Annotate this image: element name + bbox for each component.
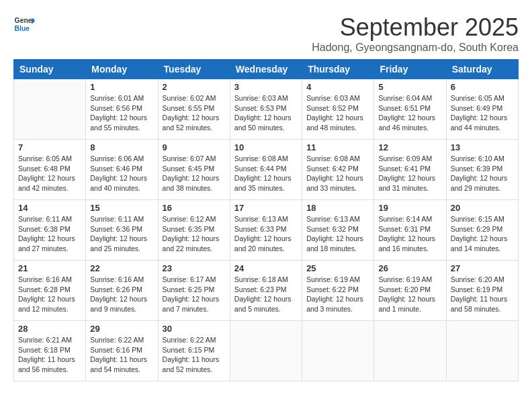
cell-info: Sunrise: 6:19 AM Sunset: 6:22 PM Dayligh…	[306, 275, 369, 314]
cell-info: Sunrise: 6:08 AM Sunset: 6:42 PM Dayligh…	[306, 154, 369, 193]
logo: General Blue	[13, 13, 35, 35]
calendar-week-row: 28Sunrise: 6:21 AM Sunset: 6:18 PM Dayli…	[14, 321, 519, 381]
calendar-week-row: 1Sunrise: 6:01 AM Sunset: 6:56 PM Daylig…	[14, 79, 519, 140]
day-number: 3	[234, 82, 298, 92]
day-number: 13	[451, 142, 514, 152]
day-number: 14	[18, 203, 81, 213]
calendar-cell: 8Sunrise: 6:06 AM Sunset: 6:46 PM Daylig…	[86, 140, 158, 200]
day-number: 26	[378, 263, 441, 273]
cell-info: Sunrise: 6:21 AM Sunset: 6:18 PM Dayligh…	[18, 335, 81, 375]
calendar-cell: 19Sunrise: 6:14 AM Sunset: 6:31 PM Dayli…	[374, 200, 446, 261]
calendar-week-row: 7Sunrise: 6:05 AM Sunset: 6:48 PM Daylig…	[14, 140, 519, 200]
logo-icon: General Blue	[13, 13, 35, 35]
day-header: Wednesday	[230, 60, 302, 79]
calendar-cell: 28Sunrise: 6:21 AM Sunset: 6:18 PM Dayli…	[14, 321, 86, 381]
cell-info: Sunrise: 6:02 AM Sunset: 6:55 PM Dayligh…	[163, 93, 226, 133]
cell-info: Sunrise: 6:07 AM Sunset: 6:45 PM Dayligh…	[163, 154, 226, 193]
calendar-cell: 20Sunrise: 6:15 AM Sunset: 6:29 PM Dayli…	[446, 200, 518, 261]
cell-info: Sunrise: 6:03 AM Sunset: 6:52 PM Dayligh…	[306, 93, 369, 133]
day-number: 29	[90, 324, 153, 334]
day-number: 19	[378, 203, 441, 213]
day-header: Sunday	[14, 60, 86, 79]
calendar-cell: 26Sunrise: 6:19 AM Sunset: 6:20 PM Dayli…	[374, 261, 446, 321]
location-subtitle: Hadong, Gyeongsangnam-do, South Korea	[312, 42, 519, 54]
cell-info: Sunrise: 6:05 AM Sunset: 6:48 PM Dayligh…	[18, 154, 81, 193]
calendar-cell	[374, 321, 446, 381]
cell-info: Sunrise: 6:18 AM Sunset: 6:23 PM Dayligh…	[234, 275, 298, 314]
calendar-cell	[302, 321, 374, 381]
calendar-header-row: SundayMondayTuesdayWednesdayThursdayFrid…	[14, 60, 519, 79]
calendar-cell: 24Sunrise: 6:18 AM Sunset: 6:23 PM Dayli…	[230, 261, 302, 321]
calendar-cell: 29Sunrise: 6:22 AM Sunset: 6:16 PM Dayli…	[86, 321, 158, 381]
cell-info: Sunrise: 6:12 AM Sunset: 6:35 PM Dayligh…	[163, 214, 226, 254]
calendar-cell: 22Sunrise: 6:16 AM Sunset: 6:26 PM Dayli…	[86, 261, 158, 321]
calendar-cell: 17Sunrise: 6:13 AM Sunset: 6:33 PM Dayli…	[230, 200, 302, 261]
day-number: 4	[306, 82, 369, 92]
day-number: 10	[234, 142, 298, 152]
day-number: 7	[18, 142, 81, 152]
cell-info: Sunrise: 6:13 AM Sunset: 6:33 PM Dayligh…	[234, 214, 298, 254]
day-number: 17	[234, 203, 298, 213]
calendar-cell: 5Sunrise: 6:04 AM Sunset: 6:51 PM Daylig…	[374, 79, 446, 140]
day-header: Tuesday	[158, 60, 230, 79]
calendar-cell: 4Sunrise: 6:03 AM Sunset: 6:52 PM Daylig…	[302, 79, 374, 140]
day-number: 18	[306, 203, 369, 213]
calendar-cell: 27Sunrise: 6:20 AM Sunset: 6:19 PM Dayli…	[446, 261, 518, 321]
page-header: General Blue September 2025 Hadong, Gyeo…	[13, 13, 519, 54]
day-header: Thursday	[302, 60, 374, 79]
calendar-cell: 25Sunrise: 6:19 AM Sunset: 6:22 PM Dayli…	[302, 261, 374, 321]
calendar-cell: 2Sunrise: 6:02 AM Sunset: 6:55 PM Daylig…	[158, 79, 230, 140]
calendar-cell: 10Sunrise: 6:08 AM Sunset: 6:44 PM Dayli…	[230, 140, 302, 200]
cell-info: Sunrise: 6:08 AM Sunset: 6:44 PM Dayligh…	[234, 154, 298, 193]
calendar-cell: 11Sunrise: 6:08 AM Sunset: 6:42 PM Dayli…	[302, 140, 374, 200]
calendar-cell	[446, 321, 518, 381]
day-number: 1	[90, 82, 153, 92]
calendar-cell: 9Sunrise: 6:07 AM Sunset: 6:45 PM Daylig…	[158, 140, 230, 200]
cell-info: Sunrise: 6:22 AM Sunset: 6:16 PM Dayligh…	[90, 335, 153, 375]
day-header: Friday	[374, 60, 446, 79]
calendar-table: SundayMondayTuesdayWednesdayThursdayFrid…	[13, 59, 519, 381]
cell-info: Sunrise: 6:17 AM Sunset: 6:25 PM Dayligh…	[163, 275, 226, 314]
day-number: 8	[90, 142, 153, 152]
month-title: September 2025	[312, 13, 519, 42]
day-number: 6	[451, 82, 514, 92]
cell-info: Sunrise: 6:06 AM Sunset: 6:46 PM Dayligh…	[90, 154, 153, 193]
cell-info: Sunrise: 6:22 AM Sunset: 6:15 PM Dayligh…	[163, 335, 226, 375]
calendar-cell: 1Sunrise: 6:01 AM Sunset: 6:56 PM Daylig…	[86, 79, 158, 140]
calendar-week-row: 21Sunrise: 6:16 AM Sunset: 6:28 PM Dayli…	[14, 261, 519, 321]
cell-info: Sunrise: 6:01 AM Sunset: 6:56 PM Dayligh…	[90, 93, 153, 133]
day-number: 11	[306, 142, 369, 152]
svg-text:Blue: Blue	[15, 25, 30, 32]
day-number: 21	[18, 263, 81, 273]
day-number: 27	[451, 263, 514, 273]
calendar-cell: 23Sunrise: 6:17 AM Sunset: 6:25 PM Dayli…	[158, 261, 230, 321]
day-header: Saturday	[446, 60, 518, 79]
day-number: 20	[451, 203, 514, 213]
cell-info: Sunrise: 6:19 AM Sunset: 6:20 PM Dayligh…	[378, 275, 441, 314]
calendar-cell: 6Sunrise: 6:05 AM Sunset: 6:49 PM Daylig…	[446, 79, 518, 140]
calendar-cell: 12Sunrise: 6:09 AM Sunset: 6:41 PM Dayli…	[374, 140, 446, 200]
cell-info: Sunrise: 6:04 AM Sunset: 6:51 PM Dayligh…	[378, 93, 441, 133]
day-number: 16	[163, 203, 226, 213]
day-number: 25	[306, 263, 369, 273]
calendar-cell	[230, 321, 302, 381]
calendar-cell: 13Sunrise: 6:10 AM Sunset: 6:39 PM Dayli…	[446, 140, 518, 200]
calendar-cell: 15Sunrise: 6:11 AM Sunset: 6:36 PM Dayli…	[86, 200, 158, 261]
day-number: 22	[90, 263, 153, 273]
calendar-week-row: 14Sunrise: 6:11 AM Sunset: 6:38 PM Dayli…	[14, 200, 519, 261]
calendar-cell: 18Sunrise: 6:13 AM Sunset: 6:32 PM Dayli…	[302, 200, 374, 261]
day-number: 30	[163, 324, 226, 334]
day-header: Monday	[86, 60, 158, 79]
calendar-cell: 16Sunrise: 6:12 AM Sunset: 6:35 PM Dayli…	[158, 200, 230, 261]
calendar-cell: 14Sunrise: 6:11 AM Sunset: 6:38 PM Dayli…	[14, 200, 86, 261]
cell-info: Sunrise: 6:16 AM Sunset: 6:26 PM Dayligh…	[90, 275, 153, 314]
title-block: September 2025 Hadong, Gyeongsangnam-do,…	[312, 13, 519, 54]
calendar-cell: 7Sunrise: 6:05 AM Sunset: 6:48 PM Daylig…	[14, 140, 86, 200]
day-number: 24	[234, 263, 298, 273]
cell-info: Sunrise: 6:16 AM Sunset: 6:28 PM Dayligh…	[18, 275, 81, 314]
cell-info: Sunrise: 6:15 AM Sunset: 6:29 PM Dayligh…	[451, 214, 514, 254]
day-number: 12	[378, 142, 441, 152]
cell-info: Sunrise: 6:11 AM Sunset: 6:38 PM Dayligh…	[18, 214, 81, 254]
cell-info: Sunrise: 6:14 AM Sunset: 6:31 PM Dayligh…	[378, 214, 441, 254]
calendar-cell: 3Sunrise: 6:03 AM Sunset: 6:53 PM Daylig…	[230, 79, 302, 140]
